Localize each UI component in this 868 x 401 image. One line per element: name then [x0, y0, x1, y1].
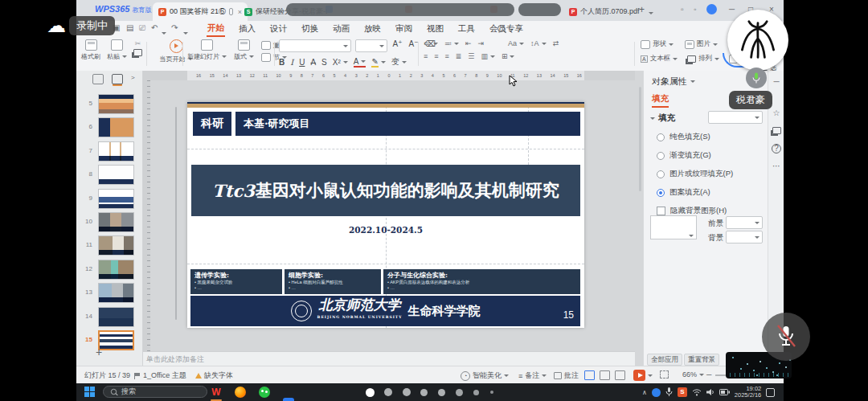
notes-button[interactable]: ≡备注 [518, 370, 547, 381]
tray-wps-icon[interactable]: S [678, 387, 687, 397]
slide-thumbnail-preview[interactable] [98, 165, 134, 185]
shadow-button[interactable]: S [321, 58, 327, 67]
experiment-box-3[interactable]: 分子与生化综合实验: • AKP蛋白原核表达载体的构建和表达分析 • … [383, 269, 580, 294]
missing-font-warning[interactable]: 缺失字体 [195, 370, 233, 381]
swatch-caret-icon[interactable] [689, 235, 694, 237]
slide-thumbnail-preview[interactable] [98, 283, 134, 303]
arrange-button[interactable]: 排列 [687, 54, 719, 63]
apply-all-button[interactable]: 全部应用 [647, 354, 682, 366]
foreground-select[interactable] [726, 216, 763, 229]
cut-copy-stack[interactable]: ✂ [133, 39, 142, 68]
background-select[interactable] [726, 231, 763, 243]
slide-date-range[interactable]: 2022.10-2024.5 [187, 225, 584, 235]
reset-background-button[interactable]: 重置背景 [684, 354, 719, 366]
columns-icon[interactable]: ▥ [481, 52, 495, 60]
new-tab-button[interactable]: + [639, 5, 645, 14]
slide-thumbnail-preview[interactable] [98, 117, 134, 137]
slide-thumbnail-9[interactable]: 9 [76, 189, 142, 209]
slide-thumbnail-7[interactable]: 7 [76, 141, 142, 162]
slide-thumbnail-preview[interactable] [98, 141, 134, 162]
paste-button[interactable]: 粘贴 [107, 39, 127, 68]
normal-view-icon[interactable] [584, 370, 595, 380]
presenter-mic-status-icon[interactable] [746, 68, 767, 88]
slide-editor[interactable]: 科研 本基·研究项目 Ttc3基因对小鼠认知功能的影响及其机制研究 2022.1… [187, 102, 584, 328]
slide-thumbnail-preview[interactable] [98, 307, 134, 327]
shapes-button[interactable]: 形状 [641, 39, 674, 49]
fit-screen-icon[interactable] [660, 370, 669, 378]
text-effect-button[interactable]: 变 [391, 56, 407, 68]
wifi-icon[interactable] [692, 388, 702, 396]
taskbar-clock[interactable]: 19:022025/2/16 [735, 386, 761, 399]
muted-microphone-overlay[interactable] [762, 313, 810, 361]
layers-icon[interactable] [772, 127, 781, 134]
ribbon-tab-插入[interactable]: 插入 [238, 22, 256, 36]
zoom-level[interactable]: 66% [682, 370, 704, 378]
sorter-view-icon[interactable] [600, 370, 610, 380]
fill-option-2[interactable]: 渐变填充(G) [657, 150, 711, 161]
layout-button[interactable]: 版式 [234, 39, 254, 68]
taskbar-dot-icon-4[interactable] [420, 389, 428, 396]
taskbar-wps-icon[interactable]: W [211, 387, 222, 398]
slide-thumbnail-11[interactable]: 11 [76, 235, 142, 256]
align-center-icon[interactable]: ≡ [434, 52, 438, 60]
comments-button[interactable]: 批注 [554, 370, 579, 381]
experiment-box-2[interactable]: 细胞学实验: • HeLa 细胞对白藜芦醇抗性 • … [285, 269, 381, 294]
fill-option-4[interactable]: 图案填充(A) [657, 187, 710, 198]
taskbar-firefox-icon[interactable] [235, 387, 246, 398]
new-slide-button[interactable]: 新建幻灯片 [187, 39, 227, 68]
slide-view-icon[interactable] [112, 74, 123, 84]
taskbar-dot-icon-1[interactable] [366, 388, 375, 397]
output-icon[interactable]: ▤ [126, 23, 133, 32]
notification-icon[interactable] [766, 388, 775, 397]
favorites-icon[interactable]: ☆ [773, 108, 780, 117]
taskbar-dot-icon-3[interactable] [403, 388, 411, 396]
redo-icon[interactable]: ↷ [171, 23, 178, 32]
tray-sync-icon[interactable] [652, 388, 661, 397]
taskbar-dot-icon-6[interactable] [456, 389, 463, 396]
bullet-list-icon[interactable]: ≔ [424, 39, 438, 47]
print-icon[interactable]: ⎚ [139, 23, 145, 33]
slide-title[interactable]: Ttc3基因对小鼠认知功能的影响及其机制研究 [191, 165, 580, 216]
text-direction-icon[interactable]: ⇄ [553, 39, 559, 47]
notes-placeholder[interactable]: 单击此处添加备注 [143, 351, 635, 366]
superscript-button[interactable]: X² [333, 58, 348, 67]
slide-thumbnail-preview[interactable] [98, 260, 134, 280]
indent-icon[interactable]: ⇥ [478, 39, 485, 47]
slide-thumbnail-6[interactable]: 6 [76, 117, 142, 137]
presenter-camera[interactable] [727, 10, 788, 71]
taskbar-dot-icon-5[interactable] [438, 389, 445, 396]
taskbar-dot-icon-2[interactable] [384, 388, 392, 396]
smartart-icon[interactable]: ⊞ [502, 52, 515, 60]
increase-font-icon[interactable]: A⁺ [391, 39, 403, 52]
distribute-icon[interactable]: ☰ [468, 52, 474, 60]
smart-beautify-button[interactable]: ◔智能美化 [461, 370, 509, 381]
theme-indicator[interactable]: 1_Office 主题 [134, 370, 186, 381]
cut-icon[interactable]: ✂ [135, 39, 141, 47]
font-color-button[interactable]: A [354, 57, 366, 68]
ribbon-tab-放映[interactable]: 放映 [363, 22, 382, 36]
font-family-select[interactable] [279, 39, 351, 52]
slide-section-header[interactable]: 本基·研究项目 [235, 112, 580, 136]
tab-list-caret-icon[interactable] [649, 7, 653, 17]
char-case-icon[interactable]: Aa [508, 39, 524, 47]
format-painter-button[interactable]: 格式刷 [81, 39, 100, 68]
tray-mic-icon[interactable] [665, 387, 673, 397]
skin-icon[interactable]: ◦ [694, 5, 697, 14]
slide-thumbnail-15[interactable]: 15 [76, 330, 142, 350]
justify-icon[interactable]: ≣ [456, 52, 462, 60]
start-button[interactable] [84, 387, 95, 397]
experiment-box-1[interactable]: 遗传学实验: • 黑腹果蝇杂交试验 • … [190, 269, 282, 294]
reading-view-icon[interactable] [615, 370, 625, 380]
underline-button[interactable]: U [299, 58, 305, 67]
document-tab-1[interactable]: P 00 国奖答辩 21⑥ × [153, 2, 248, 21]
align-right-icon[interactable]: ≡ [445, 52, 449, 60]
minimize-button[interactable]: ─ [729, 5, 735, 14]
slide-thumbnail-13[interactable]: 13 [76, 283, 142, 303]
ribbon-tab-工具[interactable]: 工具 [457, 22, 476, 36]
slide-thumbnail-12[interactable]: 12 [76, 260, 142, 280]
slideshow-button[interactable] [633, 370, 653, 381]
taskbar-search[interactable]: 搜索 [103, 386, 207, 398]
copy-icon[interactable] [133, 49, 142, 56]
volume-icon[interactable] [706, 388, 714, 396]
slide-thumbnail-preview[interactable] [98, 189, 134, 209]
